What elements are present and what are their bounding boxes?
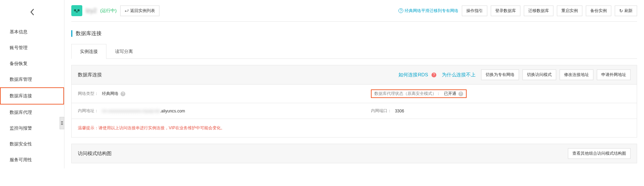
refresh-label: 刷新 — [624, 8, 633, 14]
tabs: 实例连接 读写分离 — [71, 44, 637, 59]
backup-instance-button[interactable]: 备份实例 — [586, 6, 611, 16]
sidebar-collapse-handle[interactable] — [60, 117, 64, 129]
intranet-address-label: 内网地址： — [78, 108, 98, 114]
main-content: lzy2 (运行中) 返回实例列表 ? 经典网络平滑迁移到专有网络 操作指引 登… — [64, 0, 644, 168]
help-icon: ? — [432, 73, 436, 77]
intranet-port-value: 3306 — [395, 109, 404, 113]
connection-warning: 温馨提示：请使用以上访问连接串进行实例连接，VIP在业务维护中可能会变化。 — [72, 119, 637, 137]
sidebar-item-availability[interactable]: 服务可用性 — [0, 152, 64, 168]
how-to-connect-link[interactable]: 如何连接RDS ? — [398, 72, 436, 78]
switch-access-mode-button[interactable]: 切换访问模式 — [522, 69, 556, 80]
proxy-status-highlight: 数据库代理状态（原高安全模式）： 已开通 ? — [371, 89, 467, 98]
sidebar-item-basic-info[interactable]: 基本信息 — [0, 24, 64, 40]
header: lzy2 (运行中) 返回实例列表 ? 经典网络平滑迁移到专有网络 操作指引 登… — [71, 5, 637, 22]
intranet-port-label: 内网端口： — [371, 108, 392, 114]
back-chevron[interactable] — [0, 5, 64, 24]
return-icon — [125, 8, 129, 13]
tab-instance-connection[interactable]: 实例连接 — [71, 44, 106, 59]
sidebar-item-monitoring[interactable]: 监控与报警 — [0, 120, 64, 136]
intranet-address-masked: rm-xxxxxxxxxxxxxxxx.mysql.rds — [102, 109, 160, 113]
sidebar: 基本信息 账号管理 备份恢复 数据库管理 数据库连接 数据库代理 监控与报警 数… — [0, 0, 64, 168]
question-icon: ? — [398, 8, 403, 13]
page-title: 数据库连接 — [71, 30, 637, 37]
restart-instance-button[interactable]: 重启实例 — [557, 6, 582, 16]
intranet-address-suffix: .aliyuncs.com — [160, 109, 185, 113]
connection-panel: 数据库连接 如何连接RDS ? 为什么连接不上 切换为专有网络 切换访问模式 修… — [71, 65, 637, 138]
network-type-value: 经典网络 — [102, 91, 118, 97]
switch-vpc-button[interactable]: 切换为专有网络 — [481, 69, 519, 80]
refresh-button[interactable]: 刷新 — [615, 6, 637, 16]
network-type-row: 网络类型： 经典网络 ? 数据库代理状态（原高安全模式）： 已开通 ? — [72, 85, 637, 103]
network-type-label: 网络类型： — [78, 91, 98, 97]
proxy-status-label: 数据库代理状态（原高安全模式）： — [374, 91, 440, 97]
connection-panel-header: 数据库连接 如何连接RDS ? 为什么连接不上 切换为专有网络 切换访问模式 修… — [72, 65, 637, 85]
instance-icon — [71, 5, 82, 16]
sidebar-item-backup[interactable]: 备份恢复 — [0, 56, 64, 72]
migrate-network-link[interactable]: ? 经典网络平滑迁移到专有网络 — [398, 8, 458, 14]
sidebar-item-database-connection[interactable]: 数据库连接 — [0, 87, 64, 105]
refresh-icon — [619, 8, 623, 13]
why-cannot-connect-link[interactable]: 为什么连接不上 — [442, 72, 476, 78]
return-instance-list-label: 返回实例列表 — [130, 8, 155, 14]
sidebar-item-database-mgmt[interactable]: 数据库管理 — [0, 72, 64, 87]
help-icon[interactable]: ? — [121, 91, 125, 96]
sidebar-item-database-proxy[interactable]: 数据库代理 — [0, 105, 64, 120]
connection-panel-title: 数据库连接 — [78, 72, 102, 78]
migrate-network-label: 经典网络平滑迁移到专有网络 — [405, 8, 458, 14]
instance-name: lzy2 — [86, 7, 97, 14]
status-running: (运行中) — [100, 8, 117, 14]
sidebar-item-security[interactable]: 数据安全性 — [0, 136, 64, 152]
apply-external-address-button[interactable]: 申请外网地址 — [597, 69, 631, 80]
sidebar-item-accounts[interactable]: 账号管理 — [0, 40, 64, 56]
proxy-status-value: 已开通 — [444, 91, 456, 97]
intranet-address-value: rm-xxxxxxxxxxxxxxxx.mysql.rds.aliyuncs.c… — [102, 109, 185, 113]
modify-connection-address-button[interactable]: 修改连接地址 — [560, 69, 593, 80]
view-other-structure-button[interactable]: 查看其他组合访问模式结构图 — [568, 148, 631, 159]
login-database-button[interactable]: 登录数据库 — [491, 6, 520, 16]
help-icon[interactable]: ? — [458, 91, 463, 96]
access-structure-panel-header: 访问模式结构图 查看其他组合访问模式结构图 — [71, 144, 637, 163]
return-instance-list-button[interactable]: 返回实例列表 — [120, 6, 159, 16]
migrate-database-button[interactable]: 迁移数据库 — [524, 6, 553, 16]
how-to-connect-label: 如何连接RDS — [398, 72, 428, 78]
operation-guide-button[interactable]: 操作指引 — [462, 6, 487, 16]
tab-read-write-split[interactable]: 读写分离 — [106, 44, 142, 59]
access-structure-title: 访问模式结构图 — [78, 151, 112, 157]
intranet-row: 内网地址： rm-xxxxxxxxxxxxxxxx.mysql.rds.aliy… — [72, 103, 637, 119]
